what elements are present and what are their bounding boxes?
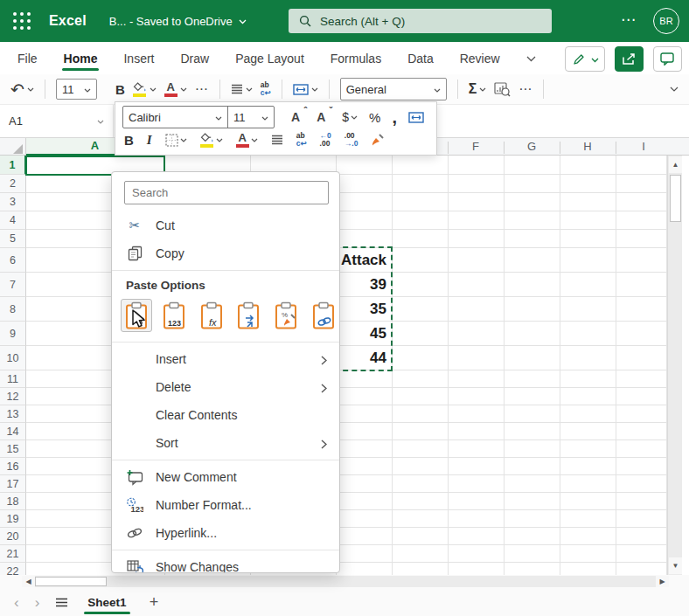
row-header-5[interactable]: 5: [0, 230, 26, 248]
tab-draw[interactable]: Draw: [180, 42, 209, 74]
row-header-8[interactable]: 8: [0, 297, 26, 322]
row-header-14[interactable]: 14: [0, 423, 26, 440]
paste-link-button[interactable]: [308, 299, 339, 332]
fill-color-button-mini[interactable]: [200, 132, 223, 148]
column-header-g[interactable]: G: [527, 138, 536, 156]
grow-font-button[interactable]: Aˆ: [291, 110, 300, 124]
column-header-h[interactable]: H: [583, 138, 591, 156]
bold-button[interactable]: B: [115, 82, 125, 97]
row-header-7[interactable]: 7: [0, 273, 26, 297]
font-color-button[interactable]: A: [164, 81, 187, 97]
row-header-22[interactable]: 22: [0, 563, 26, 575]
analyze-data-button[interactable]: [494, 82, 511, 97]
undo-button[interactable]: ↶: [10, 81, 34, 98]
row-header-13[interactable]: 13: [0, 405, 26, 423]
next-sheet-button[interactable]: ›: [35, 595, 40, 610]
document-title[interactable]: B... - Saved to OneDrive: [109, 15, 247, 28]
menu-item-cut[interactable]: ✂ Cut: [112, 211, 339, 239]
add-sheet-button[interactable]: +: [150, 593, 159, 612]
row-header-16[interactable]: 16: [0, 458, 26, 475]
tab-formulas[interactable]: Formulas: [331, 42, 381, 74]
row-header-20[interactable]: 20: [0, 528, 26, 545]
shrink-font-button[interactable]: Aˇ: [317, 110, 325, 124]
paste-values-button[interactable]: 123: [158, 299, 190, 332]
font-name-dropdown[interactable]: Calibri: [123, 107, 228, 128]
format-painter-button[interactable]: [371, 133, 386, 147]
alignment-button[interactable]: [231, 81, 253, 97]
comments-button[interactable]: [653, 46, 682, 72]
borders-button[interactable]: [165, 132, 187, 148]
tab-insert[interactable]: Insert: [123, 42, 154, 74]
row-header-10[interactable]: 10: [0, 346, 26, 370]
column-header-i[interactable]: I: [642, 138, 645, 156]
increase-decimal-button[interactable]: ←0.00: [320, 132, 331, 149]
scroll-left-button[interactable]: ◀: [22, 576, 35, 587]
row-header-1[interactable]: 1: [0, 156, 26, 175]
spreadsheet-grid[interactable]: 12345678910111213141516171819202122Attac…: [0, 156, 689, 575]
paste-formatting-button[interactable]: %: [270, 299, 302, 332]
comma-style-button[interactable]: ,: [392, 112, 397, 122]
row-header-15[interactable]: 15: [0, 440, 26, 458]
merge-cells-button[interactable]: [293, 81, 318, 97]
wrap-text-button[interactable]: abc↩: [261, 81, 271, 97]
horizontal-scrollbar[interactable]: ◀ ▶: [0, 575, 689, 588]
search-input[interactable]: Search (Alt + Q): [289, 9, 552, 33]
menu-item-number-format[interactable]: 123 Number Format...: [112, 491, 339, 519]
fill-color-button[interactable]: [133, 81, 157, 97]
font-size-dropdown[interactable]: 11: [56, 79, 97, 100]
editing-mode-button[interactable]: [565, 46, 605, 72]
row-header-19[interactable]: 19: [0, 510, 26, 528]
scroll-up-button[interactable]: ▲: [669, 156, 682, 173]
menu-item-clear-contents[interactable]: Clear Contents: [112, 401, 339, 429]
scroll-right-button[interactable]: ▶: [656, 576, 669, 587]
horizontal-scroll-thumb[interactable]: [35, 577, 107, 586]
row-header-4[interactable]: 4: [0, 211, 26, 230]
name-box[interactable]: A1: [0, 105, 114, 137]
paste-button[interactable]: [121, 299, 152, 332]
accounting-format-button[interactable]: $: [342, 109, 358, 125]
menu-item-sort[interactable]: Sort: [112, 429, 339, 457]
avatar[interactable]: BR: [653, 8, 679, 34]
tab-overflow-chevron-icon[interactable]: [526, 52, 536, 66]
font-color-button-mini[interactable]: A: [236, 132, 258, 148]
horizontal-scroll-track[interactable]: ◀ ▶: [22, 576, 669, 587]
font-more-options-button[interactable]: ⋯: [195, 81, 209, 97]
tab-file[interactable]: File: [17, 42, 38, 74]
vertical-scrollbar[interactable]: ▲ ▼: [667, 156, 682, 575]
menu-item-copy[interactable]: Copy: [112, 239, 339, 267]
menu-item-new-comment[interactable]: New Comment: [112, 463, 339, 491]
context-menu-search-input[interactable]: [124, 181, 329, 204]
row-header-18[interactable]: 18: [0, 493, 26, 510]
percent-style-button[interactable]: %: [369, 110, 380, 125]
menu-item-delete[interactable]: Delete: [112, 373, 339, 401]
row-header-3[interactable]: 3: [0, 193, 26, 211]
autosum-button[interactable]: Σ: [469, 81, 487, 97]
decrease-decimal-button[interactable]: .00→.0: [344, 132, 358, 149]
row-header-17[interactable]: 17: [0, 475, 26, 493]
toolbar-more-button[interactable]: ⋯: [518, 81, 532, 97]
font-size-dropdown-mini[interactable]: 11: [228, 107, 274, 128]
prev-sheet-button[interactable]: ‹: [14, 595, 19, 610]
row-header-2[interactable]: 2: [0, 175, 26, 193]
column-header-f[interactable]: F: [472, 138, 479, 156]
sheet-tab-sheet1[interactable]: Sheet1: [84, 588, 129, 616]
menu-item-show-changes[interactable]: Show Changes: [112, 553, 339, 573]
menu-item-hyperlink[interactable]: Hyperlink...: [112, 519, 339, 547]
alignment-button-mini[interactable]: [271, 135, 283, 145]
row-header-11[interactable]: 11: [0, 370, 26, 388]
ribbon-collapse-chevron-icon[interactable]: [670, 87, 679, 92]
scroll-down-button[interactable]: ▼: [669, 557, 682, 574]
row-header-6[interactable]: 6: [0, 248, 26, 273]
row-header-9[interactable]: 9: [0, 322, 26, 346]
tab-data[interactable]: Data: [407, 42, 434, 74]
italic-button-mini[interactable]: I: [147, 133, 152, 148]
wrap-text-button-mini[interactable]: abc↩: [296, 132, 307, 148]
tab-home[interactable]: Home: [64, 42, 98, 74]
tab-review[interactable]: Review: [460, 42, 500, 74]
row-header-12[interactable]: 12: [0, 388, 26, 405]
menu-item-insert[interactable]: Insert: [112, 345, 339, 373]
merge-cells-button-mini[interactable]: [408, 112, 424, 123]
paste-formulas-button[interactable]: fx: [196, 299, 227, 332]
tab-page-layout[interactable]: Page Layout: [235, 42, 304, 74]
row-header-21[interactable]: 21: [0, 545, 26, 563]
